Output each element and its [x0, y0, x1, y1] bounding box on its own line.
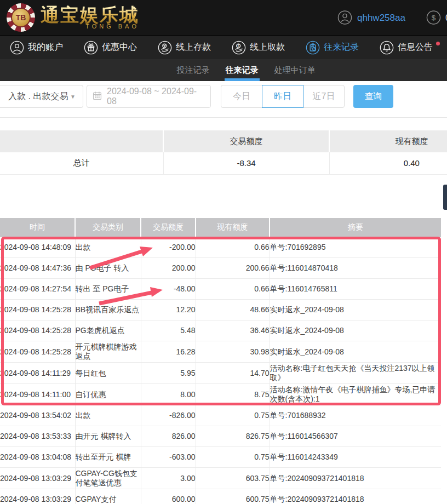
cell-note: 单号:202409093721401818 — [270, 468, 441, 489]
records-icon — [306, 41, 320, 55]
cell-amount: 200.00 — [141, 258, 196, 279]
nav-item-promotions[interactable]: 优惠中心 — [84, 41, 137, 55]
cell-note: 实时返水_2024-09-08 — [270, 300, 441, 320]
summary-total-balance: 0.40 — [329, 152, 447, 174]
date-range-value: 2024-09-08 ~ 2024-09-08 — [107, 87, 205, 106]
cell-amount: -826.00 — [141, 405, 196, 426]
cell-type: CGPAY-CG钱包支付笔笔送优惠 — [75, 468, 141, 489]
transaction-row: 2024-09-08 13:04:08转出至开元 棋牌-603.000.75单号… — [0, 447, 441, 468]
cell-amount: 5.48 — [141, 320, 196, 341]
cell-balance: 36.46 — [196, 320, 270, 341]
balance-dollar-icon: $ — [426, 10, 441, 25]
cell-type: 转出至开元 棋牌 — [75, 447, 141, 468]
cell-type: 自订优惠 — [75, 384, 141, 405]
cell-note: 单号:701688932 — [270, 405, 441, 426]
cell-time: 2024-09-08 14:25:28 — [0, 341, 75, 363]
transaction-row: 2024-09-08 14:25:28PG老虎机返点5.4836.46实时返水_… — [0, 320, 441, 341]
cell-balance: 14.70 — [196, 363, 270, 384]
tab-betting-records[interactable]: 投注记录 — [177, 59, 210, 81]
summary-table: 交易额度 现有额度 总计 -8.34 0.40 — [0, 130, 447, 175]
transaction-row: 2024-09-08 13:03:29CGPAY-CG钱包支付笔笔送优惠3.00… — [0, 468, 441, 489]
top-header: TB 通宝娱乐城 TONG BAO qhhw258aa $ 0 — [0, 0, 447, 35]
nav-label: 线上取款 — [250, 42, 285, 53]
cell-amount: 826.00 — [141, 426, 196, 447]
range-yesterday-button[interactable]: 昨日 — [262, 85, 303, 108]
summary-section: 交易额度 现有额度 总计 -8.34 0.40 — [0, 130, 447, 175]
tab-transaction-records[interactable]: 往来记录 — [226, 59, 259, 81]
nav-item-announcements[interactable]: 信息公告 — [380, 41, 440, 55]
nav-item-deposit[interactable]: 线上存款 — [158, 41, 211, 55]
cell-balance: 826.75 — [196, 426, 270, 447]
transaction-row: 2024-09-08 14:11:29每日红包5.9514.70活动名称:电子红… — [0, 363, 441, 384]
cell-type: 开元棋牌棋牌游戏返点 — [75, 341, 141, 363]
cell-note: 单号:202409093721401818 — [270, 489, 441, 504]
nav-label: 信息公告 — [398, 42, 433, 53]
cell-note: 实时返水_2024-09-08 — [270, 341, 441, 363]
nav-item-records[interactable]: 往来记录 — [306, 41, 359, 55]
cell-amount: 3.00 — [141, 468, 196, 489]
summary-header-row: 交易额度 现有额度 — [0, 130, 447, 152]
summary-header-amount: 交易额度 — [163, 130, 329, 152]
calendar-icon — [93, 91, 102, 102]
col-header-type: 交易类别 — [75, 218, 141, 237]
cell-note: 单号:116014870418 — [270, 258, 441, 279]
summary-header-balance: 现有额度 — [329, 130, 447, 152]
transaction-row: 2024-09-08 14:25:28BB视讯百家乐返点12.2048.66实时… — [0, 300, 441, 320]
transaction-type-select[interactable]: 入款 . 出款交易 ▼ — [0, 85, 83, 108]
logo-chip-icon: TB — [7, 3, 35, 32]
search-button[interactable]: 查询 — [353, 85, 393, 108]
cell-amount: 600.00 — [141, 489, 196, 504]
svg-text:$: $ — [432, 14, 436, 22]
user-avatar-icon — [337, 10, 352, 25]
cell-balance: 48.66 — [196, 300, 270, 320]
cell-balance: 0.66 — [196, 237, 270, 258]
bell-icon — [380, 41, 394, 55]
nav-item-my-account[interactable]: 我的账户 — [10, 41, 63, 55]
site-subtitle: TONG BAO — [85, 23, 139, 30]
transaction-row: 2024-09-08 13:53:33由开元 棋牌转入826.00826.75单… — [0, 426, 441, 447]
range-today-button[interactable]: 今日 — [221, 85, 262, 108]
cell-type: 每日红包 — [75, 363, 141, 384]
cell-time: 2024-09-08 14:25:28 — [0, 300, 75, 320]
cell-balance: 30.98 — [196, 341, 270, 363]
cell-balance: 0.75 — [196, 405, 270, 426]
cell-balance: 603.75 — [196, 468, 270, 489]
summary-total-amount: -8.34 — [163, 152, 329, 174]
cell-time: 2024-09-08 14:48:09 — [0, 237, 75, 258]
user-account[interactable]: qhhw258aa — [337, 10, 405, 25]
floating-side-widget[interactable] — [443, 185, 447, 210]
transaction-row: 2024-09-08 14:11:00自订优惠8.008.75活动名称:激情午夜… — [0, 384, 441, 405]
col-header-balance: 现有额度 — [196, 218, 270, 237]
wallet[interactable]: $ 0 — [426, 10, 447, 25]
transactions-section: 时间 交易类别 交易额度 现有额度 摘要 2024-09-08 14:48:09… — [0, 218, 447, 504]
cell-time: 2024-09-08 14:11:29 — [0, 363, 75, 384]
range-last7days-button[interactable]: 近7日 — [303, 85, 345, 108]
cell-amount: -200.00 — [141, 237, 196, 258]
username[interactable]: qhhw258aa — [357, 12, 405, 23]
site-logo[interactable]: TB 通宝娱乐城 TONG BAO — [7, 3, 139, 32]
tab-pending-orders[interactable]: 处理中订单 — [274, 59, 316, 81]
cell-balance: 0.75 — [196, 447, 270, 468]
notification-dot — [436, 42, 440, 45]
cell-type: 由开元 棋牌转入 — [75, 426, 141, 447]
cell-balance: 0.66 — [196, 279, 270, 300]
chevron-down-icon: ▼ — [70, 94, 76, 100]
cell-type: PG老虎机返点 — [75, 320, 141, 341]
nav-label: 优惠中心 — [102, 42, 137, 53]
transaction-row: 2024-09-08 14:48:09出款-200.000.66单号:70169… — [0, 237, 441, 258]
nav-item-withdraw[interactable]: $ 线上取款 — [232, 41, 285, 55]
filter-bar: 入款 . 出款交易 ▼ 2024-09-08 ~ 2024-09-08 今日 昨… — [0, 81, 447, 118]
col-header-time: 时间 — [0, 218, 75, 237]
transactions-header-row: 时间 交易类别 交易额度 现有额度 摘要 — [0, 218, 441, 237]
summary-total-row: 总计 -8.34 0.40 — [0, 152, 447, 174]
summary-total-label: 总计 — [0, 152, 163, 174]
date-range-input[interactable]: 2024-09-08 ~ 2024-09-08 — [87, 85, 211, 108]
transactions-tbody: 2024-09-08 14:48:09出款-200.000.66单号:70169… — [0, 237, 441, 504]
cell-note: 单号:116014765811 — [270, 279, 441, 300]
cell-time: 2024-09-08 13:53:33 — [0, 426, 75, 447]
cell-time: 2024-09-08 14:11:00 — [0, 384, 75, 405]
cell-time: 2024-09-08 13:03:29 — [0, 489, 75, 504]
withdraw-icon: $ — [232, 41, 246, 55]
cell-time: 2024-09-08 14:27:54 — [0, 279, 75, 300]
col-header-note: 摘要 — [270, 218, 441, 237]
